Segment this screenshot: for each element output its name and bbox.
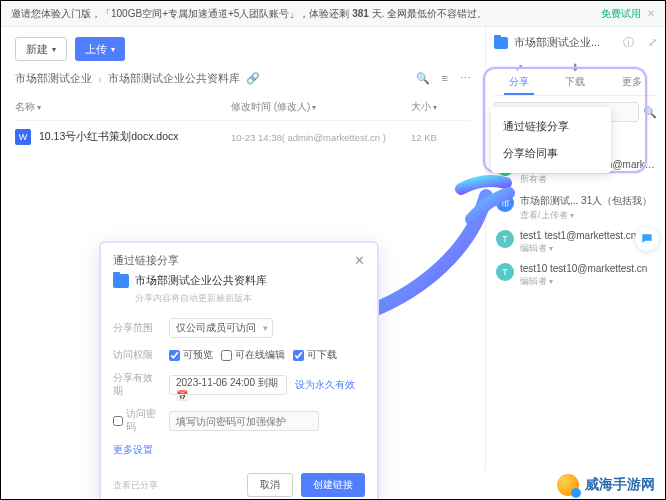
col-name-header[interactable]: 名称▾ — [15, 100, 231, 114]
file-size: 12 KB — [411, 132, 471, 143]
avatar: T — [496, 263, 514, 281]
file-name[interactable]: 10.13号小红书策划docx.docx — [39, 130, 231, 144]
share-icon: ↗ — [515, 62, 523, 73]
member-role[interactable]: 编辑者▾ — [520, 275, 655, 288]
file-modified: 10-23 14:38( admin@markettest.cn ) — [231, 132, 411, 143]
member-row[interactable]: Ttest1 test1@markettest.cn编辑者▾ — [494, 226, 657, 259]
tab-more[interactable]: ⋯ 更多 — [617, 62, 647, 95]
breadcrumb-sep: › — [98, 73, 102, 85]
word-file-icon: W — [15, 129, 31, 145]
perm-view-checkbox[interactable]: 可预览 — [169, 348, 213, 362]
expire-label: 分享有效期 — [113, 372, 161, 398]
folder-icon — [494, 37, 508, 49]
top-promo-bar: 邀请您体验入门版，「100GB空间+专属加速通道+5人团队账号」，体验还剩 38… — [1, 1, 665, 27]
search-icon[interactable]: 🔍 — [416, 72, 430, 85]
breadcrumb-root[interactable]: 市场部测试企业 — [15, 71, 92, 86]
perm-download-checkbox[interactable]: 可下载 — [293, 348, 337, 362]
scope-select[interactable]: 仅公司成员可访问 — [169, 318, 273, 338]
expire-input[interactable]: 2023-11-06 24:00 到期 📅 — [169, 375, 287, 395]
site-name: 威海手游网 — [585, 476, 655, 494]
member-name: 市场部测试... 31人（包括我） — [520, 194, 655, 208]
avatar: T — [496, 230, 514, 248]
perm-edit-checkbox[interactable]: 可在线编辑 — [221, 348, 285, 362]
site-logo-icon — [557, 474, 579, 496]
search-icon[interactable]: 🔍 — [643, 106, 657, 119]
col-modified-header[interactable]: 修改时间 (修改人)▾ — [231, 100, 411, 114]
action-toolbar: 新建▾ 上传▾ — [15, 37, 471, 61]
upload-button[interactable]: 上传▾ — [75, 37, 125, 61]
password-input[interactable] — [169, 411, 319, 431]
details-panel: 市场部测试企业... ⓘ ⤢ ↗ 分享 ⬇ 下载 ⋯ 更多 🔍 ▾ 公司成员(8… — [485, 27, 665, 471]
member-role[interactable]: 查看/上传者▾ — [520, 209, 655, 222]
panel-title: 市场部测试企业... — [514, 35, 617, 50]
password-toggle[interactable] — [113, 416, 123, 426]
modal-create-button[interactable]: 创建链接 — [301, 473, 365, 497]
detail-tabs: ↗ 分享 ⬇ 下载 ⋯ 更多 — [494, 58, 657, 96]
modal-close-icon[interactable]: ✕ — [354, 253, 365, 268]
password-label: 访问密码 — [113, 408, 161, 434]
chat-bubble-button[interactable] — [635, 227, 659, 251]
member-role[interactable]: 编辑者▾ — [520, 242, 655, 255]
modal-cancel-button[interactable]: 取消 — [247, 473, 293, 497]
file-row[interactable]: W 10.13号小红书策划docx.docx 10-23 14:38( admi… — [15, 121, 471, 154]
share-by-link-item[interactable]: 通过链接分享 — [491, 113, 611, 140]
scope-label: 分享范围 — [113, 322, 161, 335]
set-forever-link[interactable]: 设为永久有效 — [295, 379, 355, 392]
member-row[interactable]: 市市场部测试... 31人（包括我）查看/上传者▾ — [494, 190, 657, 226]
more-icon[interactable]: ⋯ — [460, 72, 471, 85]
modal-item-name: 市场部测试企业公共资料库 — [135, 274, 267, 288]
modal-title: 通过链接分享 — [113, 253, 354, 268]
share-dropdown: 通过链接分享 分享给同事 — [491, 107, 611, 173]
promo-text: 邀请您体验入门版，「100GB空间+专属加速通道+5人团队账号」，体验还剩 38… — [11, 7, 595, 21]
breadcrumb: 市场部测试企业 › 市场部测试企业公共资料库 🔗 🔍 ≡ ⋯ — [15, 71, 471, 86]
folder-icon — [113, 274, 129, 288]
close-promo-icon[interactable]: ✕ — [647, 8, 655, 19]
tab-share[interactable]: ↗ 分享 — [504, 62, 534, 95]
expand-icon[interactable]: ⤢ — [648, 36, 657, 49]
member-row[interactable]: Ttest10 test10@markettest.cn编辑者▾ — [494, 259, 657, 292]
free-trial-link[interactable]: 免费试用 — [601, 7, 641, 21]
more-dots-icon: ⋯ — [627, 62, 637, 73]
new-button[interactable]: 新建▾ — [15, 37, 67, 61]
list-view-icon[interactable]: ≡ — [442, 72, 448, 85]
member-role: 所有者 — [520, 173, 655, 186]
share-to-colleague-item[interactable]: 分享给同事 — [491, 140, 611, 167]
avatar: 市 — [496, 194, 514, 212]
tab-download[interactable]: ⬇ 下载 — [560, 62, 590, 95]
col-size-header[interactable]: 大小▾ — [411, 100, 471, 114]
history-note[interactable]: 查看已分享 — [113, 479, 239, 492]
info-icon[interactable]: ⓘ — [623, 35, 634, 50]
share-link-modal: 通过链接分享 ✕ 市场部测试企业公共资料库 分享内容将自动更新最新版本 分享范围… — [99, 241, 379, 500]
list-header: 名称▾ 修改时间 (修改人)▾ 大小▾ — [15, 94, 471, 121]
more-settings-link[interactable]: 更多设置 — [113, 444, 153, 455]
modal-hint: 分享内容将自动更新最新版本 — [101, 292, 377, 313]
link-icon[interactable]: 🔗 — [246, 72, 260, 85]
perm-label: 访问权限 — [113, 349, 161, 362]
member-name: test10 test10@markettest.cn — [520, 263, 655, 274]
breadcrumb-current: 市场部测试企业公共资料库 — [108, 71, 240, 86]
download-icon: ⬇ — [571, 62, 579, 73]
